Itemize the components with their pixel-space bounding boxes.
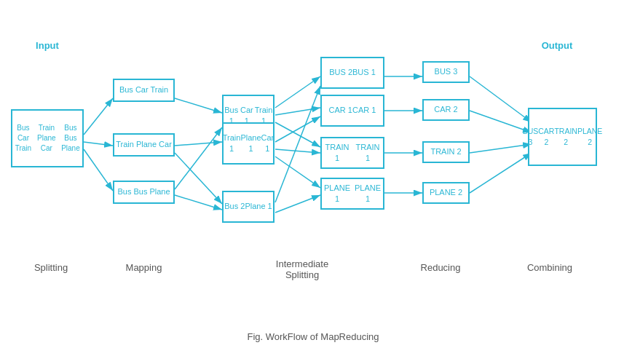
inter-box-4: PLANE 1PLANE 1	[320, 178, 384, 210]
svg-line-16	[275, 195, 320, 213]
svg-line-15	[275, 86, 320, 202]
arrows-svg	[0, 0, 624, 364]
stage-intermediate: IntermediateSplitting	[262, 258, 342, 280]
svg-line-3	[84, 149, 113, 191]
svg-line-24	[470, 153, 532, 193]
svg-line-7	[175, 153, 222, 204]
inter-box-2: CAR 1CAR 1	[320, 95, 384, 127]
reduce-box-2: CAR 2	[422, 99, 470, 121]
inter-box-3: TRAIN 1TRAIN 1	[320, 137, 384, 169]
reduce-box-3: TRAIN 2	[422, 141, 470, 163]
reduce-box-4: PLANE 2	[422, 182, 470, 204]
output-box: BUS 3CAR 2TRAIN 2PLANE 2	[528, 108, 597, 166]
stage-reducing: Reducing	[411, 262, 470, 273]
svg-line-6	[175, 127, 222, 189]
svg-line-21	[470, 76, 532, 122]
output-label: Output	[528, 40, 586, 51]
map-box-2: Train Plane Car	[113, 133, 175, 157]
svg-line-1	[84, 98, 113, 135]
map-box-1: Bus Car Train	[113, 79, 175, 102]
input-box: Bus Car TrainTrain Plane CarBus Bus Plan…	[11, 109, 84, 167]
svg-line-10	[275, 108, 320, 115]
svg-line-12	[275, 116, 320, 142]
input-label: Input	[22, 40, 73, 51]
diagram: Input Bus Car TrainTrain Plane CarBus Bu…	[0, 0, 624, 364]
svg-line-14	[275, 157, 320, 188]
svg-line-13	[275, 149, 320, 153]
split-box-3: Bus 2Plane 1	[222, 191, 275, 223]
svg-line-4	[175, 98, 222, 113]
svg-line-9	[275, 76, 320, 108]
stage-combining: Combining	[517, 262, 582, 273]
fig-caption: Fig. WorkFlow of MapReducing	[204, 331, 422, 342]
inter-box-1: BUS 2BUS 1	[320, 57, 384, 89]
map-box-3: Bus Bus Plane	[113, 181, 175, 204]
split-box-2: Train 1Plane 1Car 1	[222, 122, 275, 165]
stage-mapping: Mapping	[113, 262, 175, 273]
stage-splitting: Splitting	[22, 262, 80, 273]
svg-line-8	[175, 195, 222, 210]
svg-line-5	[175, 142, 222, 146]
svg-line-2	[84, 142, 113, 146]
svg-line-11	[275, 122, 320, 147]
reduce-box-1: BUS 3	[422, 61, 470, 83]
